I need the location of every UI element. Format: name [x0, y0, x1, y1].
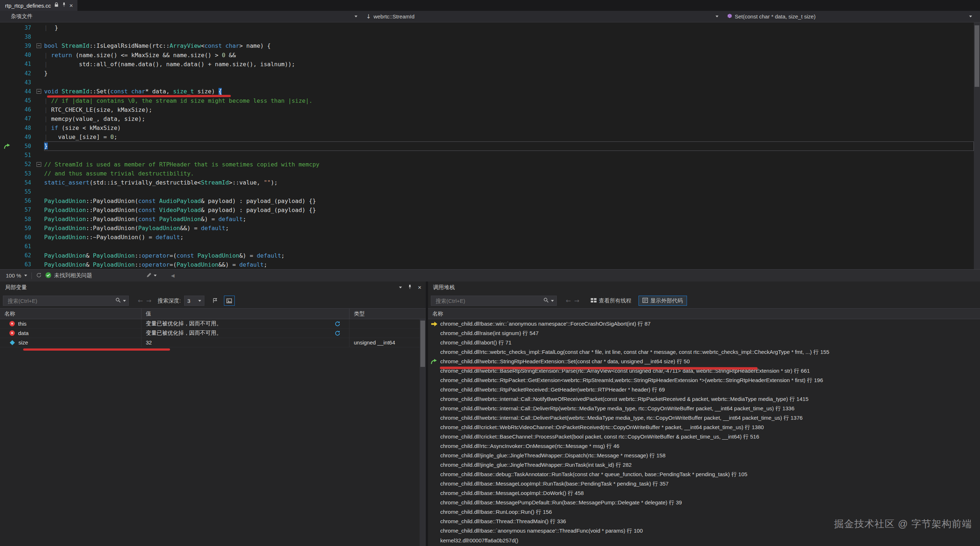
- pin-icon[interactable]: [62, 2, 66, 9]
- stack-frame-row[interactable]: chrome_child.dll!webrtc::RtpPacketReceiv…: [428, 385, 980, 395]
- code-line[interactable]: 62PayloadUnion& PayloadUnion::operator=(…: [0, 251, 974, 260]
- fold-marker[interactable]: [37, 162, 41, 167]
- chevron-down-icon[interactable]: [123, 300, 126, 302]
- code-line[interactable]: 49| value_[size] = 0;: [0, 132, 974, 142]
- stack-frame-text: chrome_child.dll!jingle_glue::JingleThre…: [440, 462, 632, 468]
- stack-frame-row[interactable]: chrome_child.dll!webrtc::internal::Call:…: [428, 404, 980, 413]
- code-line[interactable]: 46| RTC_CHECK_LE(size, kMaxSize);: [0, 105, 974, 115]
- variable-row[interactable]: size32unsigned __int64: [0, 338, 426, 347]
- stack-frame-row[interactable]: chrome_child.dll!webrtc::internal::Call:…: [428, 413, 980, 423]
- column-header-type[interactable]: 类型: [349, 309, 426, 319]
- fold-marker[interactable]: [37, 43, 41, 48]
- code-health-indicator[interactable]: 未找到相关问题: [45, 272, 92, 279]
- refresh-icon[interactable]: [335, 321, 340, 327]
- fold-marker[interactable]: [37, 89, 41, 94]
- code-editor[interactable]: 37| }3839bool StreamId::IsLegalRsidName(…: [0, 22, 980, 269]
- chevron-down-icon[interactable]: [551, 300, 554, 302]
- variable-value-cell: 变量已被优化掉，因而不可用。: [141, 319, 349, 328]
- code-line[interactable]: 50}: [0, 142, 974, 151]
- stack-frame-row[interactable]: chrome_child.dll!jingle_glue::JingleThre…: [428, 451, 980, 460]
- code-line[interactable]: 44void StreamId::Set(const char* data, s…: [0, 87, 974, 96]
- stack-frame-row[interactable]: chrome_child.dll!cricket::WebRtcVideoCha…: [428, 423, 980, 432]
- code-line[interactable]: 45| // if |data| contains \0, the stream…: [0, 96, 974, 105]
- stack-frame-row[interactable]: chrome_child.dll!base::MessageLoopImpl::…: [428, 479, 980, 489]
- search-depth-select[interactable]: 3: [184, 296, 204, 306]
- callstack-title-bar[interactable]: 调用堆栈: [428, 282, 980, 293]
- scrollbar-thumb[interactable]: [975, 25, 979, 87]
- code-text: }: [44, 142, 974, 151]
- code-line[interactable]: 39bool StreamId::IsLegalRsidName(rtc::Ar…: [0, 41, 974, 50]
- stack-frame-row[interactable]: chrome_child.dll!base::RunLoop::Run() 行 …: [428, 507, 980, 517]
- code-line[interactable]: 52// StreamId is used as member of RTPHe…: [0, 160, 974, 169]
- locals-search-box[interactable]: [3, 296, 129, 306]
- locals-vertical-scrollbar[interactable]: [420, 319, 426, 546]
- code-line[interactable]: 58PayloadUnion::PayloadUnion(const Paylo…: [0, 215, 974, 224]
- stack-frame-row[interactable]: kernel32.dll!00007ffa6a0b257d(): [428, 535, 980, 545]
- previous-result-icon[interactable]: ←: [138, 297, 143, 304]
- scrollbar-thumb[interactable]: [420, 321, 425, 367]
- field-icon: [10, 340, 15, 345]
- edit-options-button[interactable]: [146, 272, 157, 279]
- code-line[interactable]: 59PayloadUnion::PayloadUnion(PayloadUnio…: [0, 224, 974, 232]
- stack-frame-row[interactable]: chrome_child.dll!base::MessagePumpDefaul…: [428, 498, 980, 507]
- code-line[interactable]: 38: [0, 32, 974, 41]
- search-input[interactable]: [435, 298, 541, 304]
- member-dropdown[interactable]: Set(const char * data, size_t size): [723, 11, 980, 22]
- document-tab[interactable]: rtp_rtcp_defines.cc ×: [0, 0, 77, 11]
- window-menu-icon[interactable]: [399, 287, 402, 288]
- editor-vertical-scrollbar[interactable]: [974, 22, 980, 269]
- code-line[interactable]: 63PayloadUnion& PayloadUnion::operator=(…: [0, 260, 974, 269]
- next-result-icon[interactable]: →: [574, 297, 579, 304]
- code-line[interactable]: 41| std::all_of(name.data(), name.data()…: [0, 60, 974, 69]
- locals-title-bar[interactable]: 局部变量 ×: [0, 282, 426, 293]
- rerun-analysis-icon[interactable]: [36, 272, 41, 279]
- code-line[interactable]: 47| memcpy(value_, data, size);: [0, 115, 974, 123]
- previous-result-icon[interactable]: ←: [566, 297, 571, 304]
- close-icon[interactable]: ×: [418, 284, 422, 291]
- stack-frame-row[interactable]: chrome_child.dll!raise(int signum) 行 547: [428, 328, 980, 338]
- code-line[interactable]: 55: [0, 187, 974, 196]
- code-line[interactable]: 60PayloadUnion::~PayloadUnion() = defaul…: [0, 232, 974, 242]
- stack-frame-row[interactable]: chrome_child.dll!webrtc::internal::Call:…: [428, 395, 980, 404]
- code-line[interactable]: 51: [0, 151, 974, 160]
- scroll-left-icon[interactable]: ◀: [171, 273, 175, 278]
- stack-frame-row[interactable]: chrome_child.dll!abort() 行 71: [428, 338, 980, 347]
- stack-frame-row[interactable]: chrome_child.dll!webrtc::StringRtpHeader…: [428, 357, 980, 366]
- code-line[interactable]: 56PayloadUnion::PayloadUnion(const Audio…: [0, 196, 974, 205]
- visualizer-icon[interactable]: [224, 296, 235, 306]
- code-line[interactable]: 57PayloadUnion::PayloadUnion(const Video…: [0, 205, 974, 215]
- column-header-name[interactable]: 名称: [428, 309, 443, 319]
- code-line[interactable]: 48| if (size < kMaxSize): [0, 123, 974, 132]
- code-line[interactable]: 54static_assert(std::is_trivially_destru…: [0, 178, 974, 187]
- column-header-name[interactable]: 名称: [0, 309, 141, 319]
- project-dropdown[interactable]: 杂项文件: [0, 11, 362, 22]
- code-line[interactable]: 43: [0, 78, 974, 87]
- variable-row[interactable]: ×this变量已被优化掉，因而不可用。: [0, 319, 426, 328]
- callstack-search-box[interactable]: [431, 296, 557, 306]
- flag-icon[interactable]: [210, 296, 221, 306]
- code-line[interactable]: 53// and thus assume trivial destructibi…: [0, 169, 974, 178]
- stack-frame-row[interactable]: chrome_child.dll!jingle_glue::JingleThre…: [428, 460, 980, 470]
- zoom-control[interactable]: 100 %: [6, 272, 27, 279]
- close-icon[interactable]: ×: [70, 3, 73, 9]
- code-line[interactable]: 42}: [0, 69, 974, 78]
- stack-frame-row[interactable]: chrome_child.dll!rtc::AsyncInvoker::OnMe…: [428, 441, 980, 451]
- stack-frame-row[interactable]: chrome_child.dll!webrtc::RtpPacket::GetE…: [428, 376, 980, 385]
- next-result-icon[interactable]: →: [146, 297, 151, 304]
- pin-icon[interactable]: [408, 284, 412, 291]
- code-line[interactable]: 37| }: [0, 23, 974, 32]
- stack-frame-row[interactable]: chrome_child.dll!base::MessageLoopImpl::…: [428, 489, 980, 498]
- code-line[interactable]: 40| return (name.size() <= kMaxSize && n…: [0, 51, 974, 60]
- stack-frame-row[interactable]: chrome_child.dll!cricket::BaseChannel::P…: [428, 432, 980, 441]
- variable-row[interactable]: ×data变量已被优化掉，因而不可用。: [0, 328, 426, 338]
- show-external-code-button[interactable]: 显示外部代码: [638, 296, 687, 306]
- stack-frame-row[interactable]: chrome_child.dll!base::debug::TaskAnnota…: [428, 470, 980, 479]
- search-input[interactable]: [7, 298, 113, 304]
- view-all-threads-button[interactable]: 查看所有线程: [587, 296, 635, 306]
- type-dropdown[interactable]: ↓ webrtc::StreamId: [362, 11, 723, 22]
- stack-frame-row[interactable]: chrome_child.dll!rtc::webrtc_checks_impl…: [428, 347, 980, 357]
- stack-frame-row[interactable]: chrome_child.dll!base::win::`anonymous n…: [428, 319, 980, 328]
- column-header-value[interactable]: 值: [141, 309, 349, 319]
- code-line[interactable]: 61: [0, 242, 974, 251]
- refresh-icon[interactable]: [335, 330, 340, 336]
